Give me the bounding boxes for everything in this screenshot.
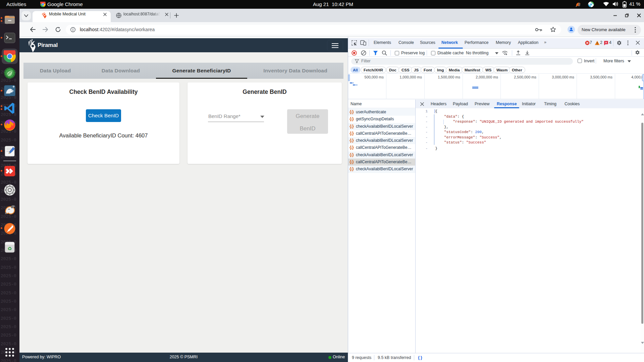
svg-text:♻: ♻ [7,246,12,251]
